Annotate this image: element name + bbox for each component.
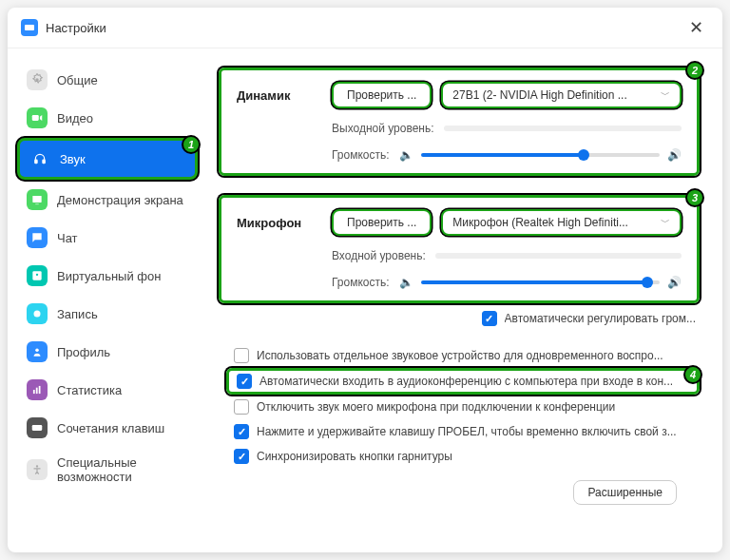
app-icon [21, 19, 38, 36]
chevron-down-icon: ﹀ [661, 216, 670, 229]
video-icon [27, 107, 48, 128]
dropdown-value: 27B1 (2- NVIDIA High Definition ... [452, 88, 626, 102]
sidebar-item-chat[interactable]: Чат [17, 220, 198, 256]
dropdown-value: Микрофон (Realtek High Definiti... [452, 216, 628, 229]
annotation-badge-2: 2 [685, 61, 704, 80]
option-sync-headset: Синхронизировать кнопки гарнитуры [219, 444, 700, 469]
advanced-button[interactable]: Расширенные [573, 480, 677, 505]
settings-window: Настройки ✕ Общие Видео Звук 1 Демонстра… [8, 8, 722, 552]
virtual-bg-icon [27, 265, 48, 286]
record-icon [27, 303, 48, 324]
svg-rect-4 [32, 196, 41, 203]
auto-adjust-row: Автоматически регулировать гром... [219, 311, 700, 326]
option-label: Нажмите и удерживайте клавишу ПРОБЕЛ, чт… [257, 425, 677, 438]
svg-rect-11 [39, 386, 41, 394]
auto-adjust-checkbox[interactable] [482, 311, 497, 326]
option-separate-device: Использовать отдельное звуковое устройст… [219, 343, 700, 368]
annotation-badge-4: 4 [683, 365, 702, 384]
speaker-title: Динамик [237, 88, 322, 103]
option-mute-on-join: Отключить звук моего микрофона при подкл… [219, 395, 700, 419]
sidebar-item-recording[interactable]: Запись [17, 296, 198, 332]
annotation-badge-3: 3 [685, 188, 704, 207]
main-panel: 2 Динамик Проверить ... 27B1 (2- NVIDIA … [207, 48, 722, 552]
option-push-to-talk: Нажмите и удерживайте клавишу ПРОБЕЛ, чт… [219, 419, 700, 444]
sidebar-item-label: Специальные возможности [57, 455, 188, 484]
auto-adjust-label: Автоматически регулировать гром... [505, 312, 696, 325]
window-title: Настройки [46, 21, 106, 35]
sidebar-item-virtual-bg[interactable]: Виртуальный фон [17, 258, 198, 294]
volume-low-icon: 🔈 [399, 276, 413, 289]
profile-icon [27, 341, 48, 362]
mic-volume-label: Громкость: [332, 276, 390, 289]
input-level-label: Входной уровень: [332, 249, 426, 262]
push-to-talk-checkbox[interactable] [234, 424, 249, 439]
speaker-volume-label: Громкость: [332, 148, 390, 162]
sidebar-item-label: Демонстрация экрана [57, 193, 183, 207]
svg-rect-12 [32, 425, 43, 431]
sidebar-item-share-screen[interactable]: Демонстрация экрана [17, 182, 198, 218]
sidebar-item-stats[interactable]: Статистика [17, 372, 198, 408]
keyboard-icon [27, 417, 48, 438]
output-level-label: Выходной уровень: [332, 122, 434, 135]
test-speaker-button[interactable]: Проверить ... [332, 82, 432, 108]
chevron-down-icon: ﹀ [661, 88, 670, 102]
output-level-meter [444, 126, 682, 131]
option-label: Отключить звук моего микрофона при подкл… [257, 400, 615, 414]
sidebar-item-label: Звук [60, 152, 86, 166]
sidebar-item-label: Профиль [57, 345, 110, 359]
test-mic-button[interactable]: Проверить ... [332, 209, 432, 236]
gear-icon [27, 69, 48, 90]
sidebar-item-shortcuts[interactable]: Сочетания клавиш [17, 410, 198, 446]
sidebar-item-label: Сочетания клавиш [57, 421, 164, 435]
sidebar-item-general[interactable]: Общие [17, 62, 198, 98]
sidebar-item-profile[interactable]: Профиль [17, 334, 198, 370]
input-level-meter [435, 253, 682, 259]
svg-rect-10 [36, 388, 38, 394]
sidebar-item-label: Видео [57, 111, 93, 126]
mic-title: Микрофон [237, 216, 322, 230]
svg-rect-9 [33, 390, 35, 394]
option-auto-join-audio: Автоматически входить в аудиоконференцию… [226, 368, 700, 395]
mute-on-join-checkbox[interactable] [234, 399, 249, 415]
close-button[interactable]: ✕ [683, 15, 709, 40]
sidebar-item-label: Виртуальный фон [57, 269, 161, 283]
svg-point-13 [36, 465, 38, 467]
separate-device-checkbox[interactable] [234, 348, 249, 363]
option-label: Автоматически входить в аудиоконференцию… [259, 375, 673, 388]
sidebar-item-label: Статистика [57, 383, 122, 397]
annotation-badge-1: 1 [182, 135, 201, 154]
speaker-device-dropdown[interactable]: 27B1 (2- NVIDIA High Definition ... ﹀ [441, 82, 682, 108]
sidebar-item-label: Общие [57, 73, 98, 87]
option-label: Использовать отдельное звуковое устройст… [257, 349, 663, 362]
svg-point-7 [34, 311, 41, 318]
sidebar-item-label: Чат [57, 231, 78, 245]
auto-join-checkbox[interactable] [237, 374, 252, 389]
sidebar-item-audio[interactable]: Звук 1 [17, 138, 198, 180]
volume-high-icon: 🔊 [667, 148, 682, 162]
svg-rect-1 [32, 115, 39, 121]
svg-rect-3 [43, 160, 45, 164]
stats-icon [27, 379, 48, 400]
titlebar: Настройки ✕ [8, 8, 722, 48]
svg-point-8 [35, 349, 39, 353]
sidebar: Общие Видео Звук 1 Демонстрация экрана Ч… [8, 48, 207, 552]
volume-high-icon: 🔊 [667, 276, 682, 289]
volume-low-icon: 🔈 [399, 148, 413, 162]
sidebar-item-label: Запись [57, 307, 98, 321]
microphone-section: 3 Микрофон Проверить ... Микрофон (Realt… [219, 195, 700, 303]
speaker-section: 2 Динамик Проверить ... 27B1 (2- NVIDIA … [219, 68, 700, 176]
mic-volume-slider[interactable] [421, 280, 660, 284]
accessibility-icon [27, 459, 48, 480]
svg-point-6 [36, 274, 38, 276]
mic-device-dropdown[interactable]: Микрофон (Realtek High Definiti... ﹀ [441, 209, 682, 236]
sidebar-item-accessibility[interactable]: Специальные возможности [17, 448, 198, 492]
sync-headset-checkbox[interactable] [234, 449, 249, 464]
chat-icon [27, 227, 48, 248]
headphones-icon [29, 148, 50, 169]
svg-rect-2 [35, 160, 37, 164]
speaker-volume-slider[interactable] [421, 153, 660, 157]
share-screen-icon [27, 189, 48, 210]
sidebar-item-video[interactable]: Видео [17, 100, 198, 136]
option-label: Синхронизировать кнопки гарнитуры [257, 450, 452, 463]
